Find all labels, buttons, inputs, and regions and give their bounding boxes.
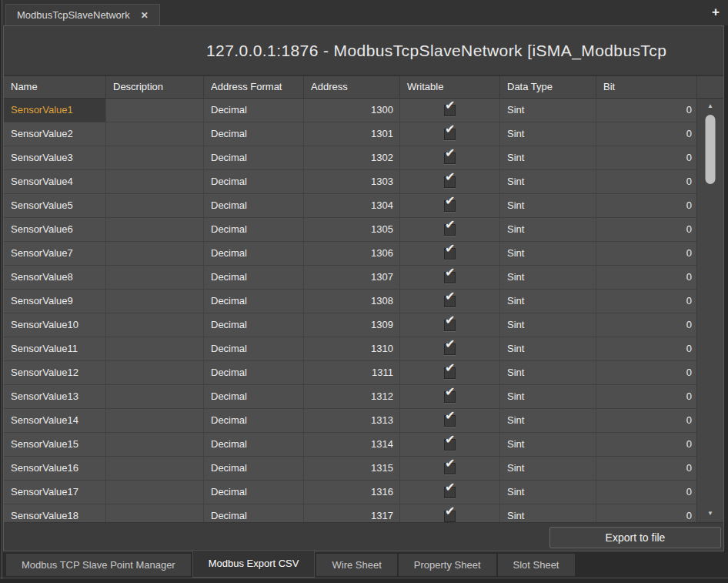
- cell-data-type[interactable]: Sint: [500, 337, 596, 360]
- cell-address-format[interactable]: Decimal: [204, 433, 304, 456]
- cell-address-format[interactable]: Decimal: [204, 361, 304, 384]
- cell-description[interactable]: [106, 146, 204, 169]
- cell-bit[interactable]: 0: [596, 99, 697, 122]
- cell-description[interactable]: [106, 218, 204, 241]
- writable-checkbox[interactable]: ✔: [444, 320, 456, 331]
- cell-bit[interactable]: 0: [596, 313, 697, 337]
- scroll-down-icon[interactable]: ▼: [697, 510, 723, 517]
- cell-address-format[interactable]: Decimal: [204, 481, 304, 504]
- cell-description[interactable]: [106, 409, 204, 432]
- cell-description[interactable]: [106, 433, 204, 456]
- cell-name[interactable]: SensorValue15: [4, 433, 106, 456]
- writable-checkbox[interactable]: ✔: [444, 272, 456, 283]
- cell-data-type[interactable]: Sint: [500, 146, 596, 169]
- cell-address-format[interactable]: Decimal: [204, 409, 304, 432]
- cell-description[interactable]: [106, 361, 204, 384]
- cell-bit[interactable]: 0: [596, 242, 697, 265]
- cell-data-type[interactable]: Sint: [500, 361, 596, 384]
- cell-bit[interactable]: 0: [596, 146, 697, 169]
- cell-name[interactable]: SensorValue14: [4, 409, 106, 432]
- cell-address[interactable]: 1305: [304, 218, 400, 241]
- cell-data-type[interactable]: Sint: [500, 481, 596, 504]
- cell-address[interactable]: 1312: [304, 385, 400, 408]
- view-tab-modbus-tcp-slave-point-manager[interactable]: Modbus TCP Slave Point Manager: [6, 554, 191, 576]
- cell-bit[interactable]: 0: [596, 385, 697, 408]
- column-header-bit[interactable]: Bit: [596, 76, 697, 98]
- cell-address-format[interactable]: Decimal: [204, 313, 304, 337]
- cell-name[interactable]: SensorValue13: [4, 385, 106, 408]
- writable-checkbox[interactable]: ✔: [444, 487, 456, 498]
- export-to-file-button[interactable]: Export to file: [549, 527, 721, 548]
- cell-data-type[interactable]: Sint: [500, 242, 596, 265]
- cell-address[interactable]: 1313: [304, 409, 400, 432]
- cell-address[interactable]: 1304: [304, 194, 400, 217]
- cell-name[interactable]: SensorValue9: [4, 290, 106, 313]
- cell-bit[interactable]: 0: [596, 290, 697, 313]
- writable-checkbox[interactable]: ✔: [444, 248, 456, 260]
- cell-data-type[interactable]: Sint: [500, 99, 596, 122]
- cell-name[interactable]: SensorValue17: [4, 481, 106, 504]
- cell-data-type[interactable]: Sint: [500, 122, 596, 146]
- close-tab-icon[interactable]: ✕: [141, 10, 149, 21]
- view-tab-wire-sheet[interactable]: Wire Sheet: [316, 554, 396, 576]
- view-tab-modbus-export-csv[interactable]: Modbus Export CSV: [192, 550, 316, 578]
- cell-name[interactable]: SensorValue11: [4, 337, 106, 360]
- cell-data-type[interactable]: Sint: [500, 433, 596, 456]
- cell-name[interactable]: SensorValue8: [4, 266, 106, 289]
- table-row[interactable]: SensorValue2 Decimal 1301 ✔ Sint 0: [4, 122, 723, 146]
- scrollbar-thumb[interactable]: [706, 115, 716, 184]
- cell-description[interactable]: [106, 457, 204, 480]
- column-header-data-type[interactable]: Data Type: [500, 76, 596, 98]
- cell-address-format[interactable]: Decimal: [204, 170, 304, 193]
- cell-description[interactable]: [106, 266, 204, 289]
- column-header-name[interactable]: Name: [4, 76, 106, 98]
- cell-description[interactable]: [106, 385, 204, 408]
- cell-data-type[interactable]: Sint: [500, 266, 596, 289]
- cell-address[interactable]: 1309: [304, 313, 400, 337]
- writable-checkbox[interactable]: ✔: [444, 152, 456, 164]
- cell-bit[interactable]: 0: [596, 170, 697, 193]
- vertical-scrollbar[interactable]: ▲ ▼: [696, 99, 723, 522]
- table-row[interactable]: SensorValue3 Decimal 1302 ✔ Sint 0: [4, 146, 723, 170]
- add-tab-icon[interactable]: +: [712, 5, 720, 20]
- cell-bit[interactable]: 0: [596, 457, 697, 480]
- column-header-description[interactable]: Description: [106, 76, 204, 98]
- table-row[interactable]: SensorValue9 Decimal 1308 ✔ Sint 0: [4, 290, 723, 313]
- cell-bit[interactable]: 0: [596, 409, 697, 432]
- writable-checkbox[interactable]: ✔: [444, 176, 456, 188]
- cell-name[interactable]: SensorValue12: [4, 361, 106, 384]
- cell-data-type[interactable]: Sint: [500, 290, 596, 313]
- table-row[interactable]: SensorValue7 Decimal 1306 ✔ Sint 0: [4, 242, 723, 266]
- cell-data-type[interactable]: Sint: [500, 409, 596, 432]
- cell-bit[interactable]: 0: [596, 361, 697, 384]
- writable-checkbox[interactable]: ✔: [444, 367, 456, 379]
- view-tab-slot-sheet[interactable]: Slot Sheet: [498, 554, 575, 576]
- cell-name[interactable]: SensorValue7: [4, 242, 106, 265]
- cell-name[interactable]: SensorValue3: [4, 146, 106, 169]
- cell-address-format[interactable]: Decimal: [204, 99, 304, 122]
- table-row[interactable]: SensorValue6 Decimal 1305 ✔ Sint 0: [4, 218, 723, 242]
- cell-address[interactable]: 1317: [304, 504, 400, 522]
- table-row[interactable]: SensorValue17 Decimal 1316 ✔ Sint 0: [4, 481, 723, 504]
- table-row[interactable]: SensorValue16 Decimal 1315 ✔ Sint 0: [4, 457, 723, 481]
- cell-bit[interactable]: 0: [596, 481, 697, 504]
- cell-data-type[interactable]: Sint: [500, 504, 596, 522]
- cell-data-type[interactable]: Sint: [500, 385, 596, 408]
- writable-checkbox[interactable]: ✔: [444, 343, 456, 355]
- cell-description[interactable]: [106, 194, 204, 217]
- tab-modbustcpslavenetwork[interactable]: ModbusTcpSlaveNetwork ✕: [5, 4, 160, 25]
- cell-description[interactable]: [106, 290, 204, 313]
- cell-address[interactable]: 1302: [304, 146, 400, 169]
- cell-data-type[interactable]: Sint: [500, 457, 596, 480]
- cell-address-format[interactable]: Decimal: [204, 457, 304, 480]
- cell-name[interactable]: SensorValue2: [4, 122, 106, 146]
- table-row[interactable]: SensorValue15 Decimal 1314 ✔ Sint 0: [4, 433, 723, 457]
- cell-address-format[interactable]: Decimal: [204, 146, 304, 169]
- table-row[interactable]: SensorValue12 Decimal 1311 ✔ Sint 0: [4, 361, 723, 385]
- writable-checkbox[interactable]: ✔: [444, 224, 456, 236]
- writable-checkbox[interactable]: ✔: [444, 391, 456, 403]
- table-row[interactable]: SensorValue5 Decimal 1304 ✔ Sint 0: [4, 194, 723, 218]
- cell-address[interactable]: 1301: [304, 122, 400, 146]
- cell-description[interactable]: [106, 337, 204, 360]
- writable-checkbox[interactable]: ✔: [444, 200, 456, 212]
